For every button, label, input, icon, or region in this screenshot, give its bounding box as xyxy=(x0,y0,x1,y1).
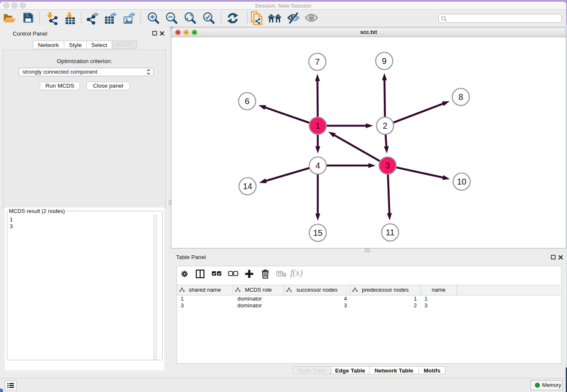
svg-text:10: 10 xyxy=(457,177,466,186)
svg-text:7: 7 xyxy=(315,57,319,66)
svg-text:11: 11 xyxy=(386,228,395,237)
svg-text:9: 9 xyxy=(382,56,386,66)
svg-text:1: 1 xyxy=(315,121,320,130)
svg-text:4: 4 xyxy=(315,161,320,170)
svg-text:8: 8 xyxy=(458,92,463,102)
svg-text:3: 3 xyxy=(385,161,390,170)
svg-text:15: 15 xyxy=(313,228,322,237)
svg-text:6: 6 xyxy=(245,97,249,106)
svg-text:2: 2 xyxy=(383,121,387,130)
svg-text:14: 14 xyxy=(243,182,252,191)
